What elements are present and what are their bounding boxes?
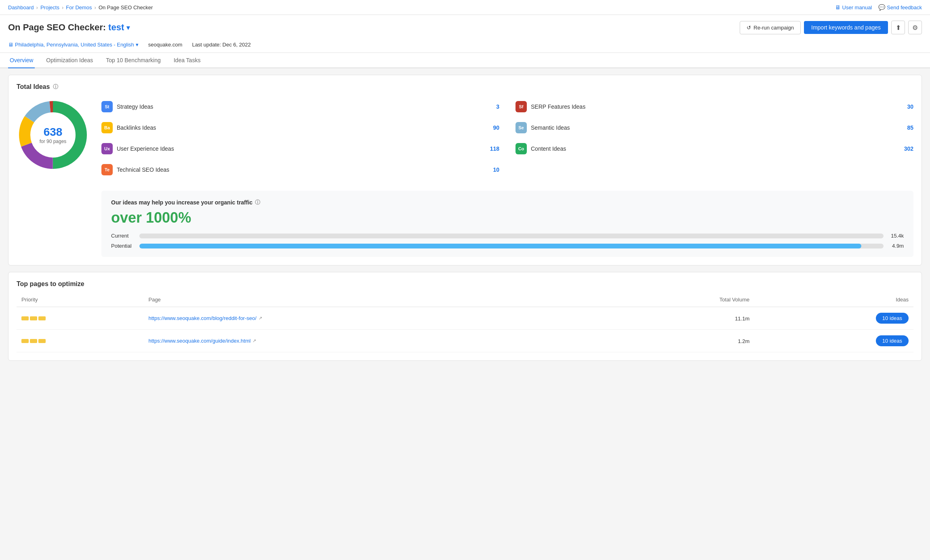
donut-chart: 638 for 90 pages (17, 99, 89, 171)
traffic-info-icon[interactable]: ⓘ (255, 199, 260, 206)
idea-row-technical: Te Technical SEO Ideas 10 (101, 162, 499, 178)
strategy-name: Strategy Ideas (117, 103, 483, 110)
table-row: https://www.seoquake.com/guide/index.htm… (17, 330, 913, 352)
table-header: Priority Page Total Volume Ideas (17, 293, 913, 307)
backlinks-name: Backlinks Ideas (117, 124, 483, 131)
idea-row-backlinks: Ba Backlinks Ideas 90 (101, 120, 499, 136)
traffic-bars: Current 15.4k Potential 4.9m (111, 233, 904, 249)
donut-center: 638 for 90 pages (40, 126, 67, 144)
semantic-badge: Se (515, 122, 527, 133)
content-count[interactable]: 302 (901, 145, 913, 152)
project-dropdown-icon[interactable]: ▾ (126, 24, 130, 32)
import-keywords-button[interactable]: Import keywords and pages (804, 21, 888, 34)
row2-page: https://www.seoquake.com/guide/index.htm… (143, 330, 605, 352)
technical-badge: Te (101, 164, 113, 175)
serp-badge: Sf (515, 101, 527, 112)
idea-row-semantic: Se Semantic Ideas 85 (515, 120, 913, 136)
donut-label: for 90 pages (40, 139, 67, 144)
pages-table: Priority Page Total Volume Ideas (17, 293, 913, 352)
settings-button[interactable]: ⚙ (908, 21, 922, 34)
rerun-campaign-button[interactable]: ↺ Re-run campaign (740, 21, 801, 34)
row1-page: https://www.seoquake.com/blog/reddit-for… (143, 307, 605, 330)
potential-bar-fill (139, 244, 861, 248)
col-ideas: Ideas (754, 293, 913, 307)
table-header-row: Priority Page Total Volume Ideas (17, 293, 913, 307)
ux-count[interactable]: 118 (487, 145, 499, 152)
backlinks-count[interactable]: 90 (487, 124, 499, 131)
semantic-name: Semantic Ideas (531, 124, 897, 131)
tab-idea-tasks[interactable]: Idea Tasks (172, 53, 202, 68)
row1-ideas: 10 ideas (754, 307, 913, 330)
col-priority: Priority (17, 293, 143, 307)
idea-row-strategy: St Strategy Ideas 3 (101, 99, 499, 115)
external-link-icon-1: ↗ (259, 316, 262, 321)
breadcrumb-current: On Page SEO Checker (99, 4, 153, 11)
ideas-grid: St Strategy Ideas 3 Sf SERP Features Ide… (101, 99, 913, 178)
breadcrumb-projects[interactable]: Projects (40, 4, 59, 11)
page-link-2[interactable]: https://www.seoquake.com/guide/index.htm… (148, 338, 600, 344)
title-prefix: On Page SEO Checker: (8, 22, 106, 33)
potential-label: Potential (111, 243, 135, 249)
priority-bar (30, 316, 37, 320)
project-name-link[interactable]: test (108, 22, 124, 33)
content-badge: Co (515, 143, 527, 154)
total-ideas-info-icon[interactable]: ⓘ (53, 83, 58, 91)
row1-priority (17, 307, 143, 330)
location-link[interactable]: 🖥 Philadelphia, Pennsylvania, United Sta… (8, 42, 139, 48)
main-content: Total Ideas ⓘ (0, 68, 930, 374)
top-bar: Dashboard › Projects › For Demos › On Pa… (0, 0, 930, 15)
export-button[interactable]: ⬆ (891, 21, 905, 34)
row1-volume: 11.1m (606, 307, 755, 330)
header-buttons: ↺ Re-run campaign Import keywords and pa… (740, 21, 922, 34)
priority-bars-1 (21, 316, 139, 320)
current-label: Current (111, 233, 135, 239)
row2-priority (17, 330, 143, 352)
priority-bar (38, 316, 46, 320)
tab-optimization-ideas[interactable]: Optimization Ideas (44, 53, 95, 68)
gear-icon: ⚙ (912, 24, 918, 32)
idea-row-serp: Sf SERP Features Ideas 30 (515, 99, 913, 115)
current-bar-track (139, 234, 884, 238)
idea-row-content: Co Content Ideas 302 (515, 141, 913, 157)
ux-name: User Experience Ideas (117, 145, 483, 152)
tab-overview[interactable]: Overview (8, 53, 35, 68)
feedback-icon: 💬 (878, 4, 885, 11)
serp-name: SERP Features Ideas (531, 103, 897, 110)
ideas-button-2[interactable]: 10 ideas (876, 335, 909, 346)
tab-top10-benchmarking[interactable]: Top 10 Benchmarking (104, 53, 162, 68)
user-manual-link[interactable]: 🖥 User manual (835, 4, 872, 11)
strategy-count[interactable]: 3 (487, 103, 499, 110)
top-actions: 🖥 User manual 💬 Send feedback (835, 4, 922, 11)
send-feedback-link[interactable]: 💬 Send feedback (878, 4, 922, 11)
serp-count[interactable]: 30 (901, 103, 913, 110)
potential-bar-row: Potential 4.9m (111, 243, 904, 249)
priority-bar (21, 316, 29, 320)
top-pages-card: Top pages to optimize Priority Page Tota… (8, 272, 922, 361)
table-row: https://www.seoquake.com/blog/reddit-for… (17, 307, 913, 330)
col-page: Page (143, 293, 605, 307)
page-title: On Page SEO Checker: test ▾ (8, 22, 130, 33)
priority-bar (21, 339, 29, 343)
semantic-count[interactable]: 85 (901, 124, 913, 131)
current-bar-fill (139, 234, 162, 238)
external-link-icon-2: ↗ (252, 338, 256, 343)
traffic-percent: over 1000% (111, 209, 904, 226)
page-link-1[interactable]: https://www.seoquake.com/blog/reddit-for… (148, 315, 600, 321)
potential-bar-track (139, 244, 884, 248)
technical-count[interactable]: 10 (487, 166, 499, 173)
breadcrumb-dashboard[interactable]: Dashboard (8, 4, 34, 11)
content-name: Content Ideas (531, 145, 897, 152)
breadcrumb: Dashboard › Projects › For Demos › On Pa… (8, 4, 153, 11)
monitor-icon: 🖥 (835, 4, 841, 11)
location-dropdown-icon: ▾ (136, 42, 139, 48)
current-value: 15.4k (888, 233, 904, 239)
top-pages-title: Top pages to optimize (17, 280, 913, 288)
breadcrumb-for-demos[interactable]: For Demos (66, 4, 92, 11)
domain-text: seoquake.com (148, 42, 183, 48)
current-bar-row: Current 15.4k (111, 233, 904, 239)
sub-header: 🖥 Philadelphia, Pennsylvania, United Sta… (0, 38, 930, 53)
header-row: On Page SEO Checker: test ▾ ↺ Re-run cam… (0, 15, 930, 38)
total-ideas-card: Total Ideas ⓘ (8, 75, 922, 265)
priority-bar (30, 339, 37, 343)
ideas-button-1[interactable]: 10 ideas (876, 313, 909, 324)
